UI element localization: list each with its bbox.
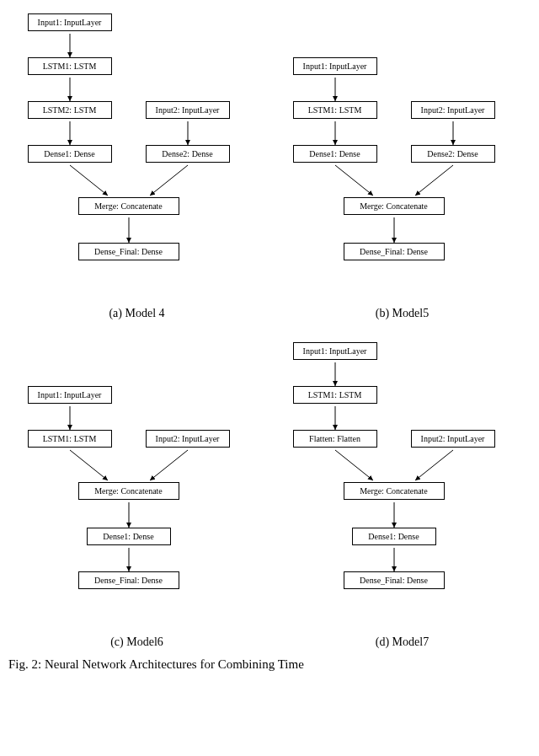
cell-model4: Input1: InputLayer LSTM1: LSTM LSTM2: LS… [8,8,265,320]
node-lstm1: LSTM1: LSTM [293,386,377,404]
node-flatten: Flatten: Flatten [293,430,377,448]
node-dense-final: Dense_Final: Dense [78,243,179,260]
label: Merge: Concatenate [360,486,428,496]
diagram-grid: Input1: InputLayer LSTM1: LSTM LSTM2: LS… [8,8,531,649]
svg-line-10 [335,165,373,196]
label: Dense_Final: Dense [94,576,163,585]
node-input2: Input2: InputLayer [146,430,230,448]
node-dense-final: Dense_Final: Dense [78,571,179,589]
label: LSTM1: LSTM [308,390,362,399]
node-dense-final: Dense_Final: Dense [344,243,445,260]
label: Dense1: Dense [103,532,153,541]
diagram-model6: Input1: InputLayer LSTM1: LSTM Input2: I… [19,337,255,632]
svg-line-14 [70,450,108,480]
label: Input2: InputLayer [421,434,485,443]
label: Input1: InputLayer [38,18,102,27]
node-lstm1: LSTM1: LSTM [28,57,112,75]
label: Flatten: Flatten [309,434,360,443]
label: Merge: Concatenate [94,201,163,211]
label: Input2: InputLayer [156,105,220,115]
node-input1: Input1: InputLayer [28,13,112,31]
label: Dense1: Dense [368,532,419,541]
svg-line-21 [415,450,453,480]
diagram-model5: Input1: InputLayer LSTM1: LSTM Input2: I… [285,8,520,303]
label: Input2: InputLayer [156,434,220,443]
diagram-model7: Input1: InputLayer LSTM1: LSTM Flatten: … [285,337,520,632]
node-dense1: Dense1: Dense [87,528,171,545]
label: Input1: InputLayer [38,390,102,399]
node-lstm1: LSTM1: LSTM [293,101,377,119]
node-dense1: Dense1: Dense [293,145,377,163]
svg-line-4 [70,165,108,196]
node-input1: Input1: InputLayer [293,57,377,75]
node-input2: Input2: InputLayer [146,101,230,119]
label: Dense1: Dense [44,149,94,158]
node-dense2: Dense2: Dense [411,145,495,163]
label: LSTM1: LSTM [308,105,362,115]
node-input1: Input1: InputLayer [293,342,377,360]
svg-line-5 [150,165,188,196]
node-dense1: Dense1: Dense [28,145,112,163]
label: Dense_Final: Dense [360,247,428,256]
node-input2: Input2: InputLayer [411,101,495,119]
node-input2: Input2: InputLayer [411,430,495,448]
label: Dense1: Dense [309,149,360,158]
label: Input2: InputLayer [421,105,485,115]
node-merge: Merge: Concatenate [78,482,179,500]
label: Dense_Final: Dense [94,247,163,256]
label: Input1: InputLayer [303,346,367,356]
label: Dense_Final: Dense [360,576,428,585]
caption-b: (b) Model5 [376,307,429,320]
label: Dense2: Dense [162,149,212,158]
node-dense2: Dense2: Dense [146,145,230,163]
caption-d: (d) Model7 [376,635,429,649]
caption-c: (c) Model6 [110,635,163,649]
label: Merge: Concatenate [94,486,163,496]
node-input1: Input1: InputLayer [28,386,112,404]
cell-model5: Input1: InputLayer LSTM1: LSTM Input2: I… [274,8,531,320]
cell-model7: Input1: InputLayer LSTM1: LSTM Flatten: … [274,337,531,649]
node-dense1: Dense1: Dense [352,528,436,545]
label: LSTM2: LSTM [43,105,97,115]
diagram-model4: Input1: InputLayer LSTM1: LSTM LSTM2: LS… [19,8,255,303]
label: LSTM1: LSTM [43,434,97,443]
node-lstm1: LSTM1: LSTM [28,430,112,448]
label: LSTM1: LSTM [43,62,97,71]
svg-line-11 [415,165,453,196]
node-merge: Merge: Concatenate [78,197,179,215]
caption-a: (a) Model 4 [109,307,164,320]
label: Merge: Concatenate [360,201,428,211]
svg-line-20 [335,450,373,480]
node-merge: Merge: Concatenate [344,197,445,215]
label: Input1: InputLayer [303,62,367,71]
cell-model6: Input1: InputLayer LSTM1: LSTM Input2: I… [8,337,265,649]
node-lstm2: LSTM2: LSTM [28,101,112,119]
svg-line-15 [150,450,188,480]
node-merge: Merge: Concatenate [344,482,445,500]
figure-caption: Fig. 2: Neural Network Architectures for… [8,657,531,672]
label: Dense2: Dense [427,149,478,158]
node-dense-final: Dense_Final: Dense [344,571,445,589]
